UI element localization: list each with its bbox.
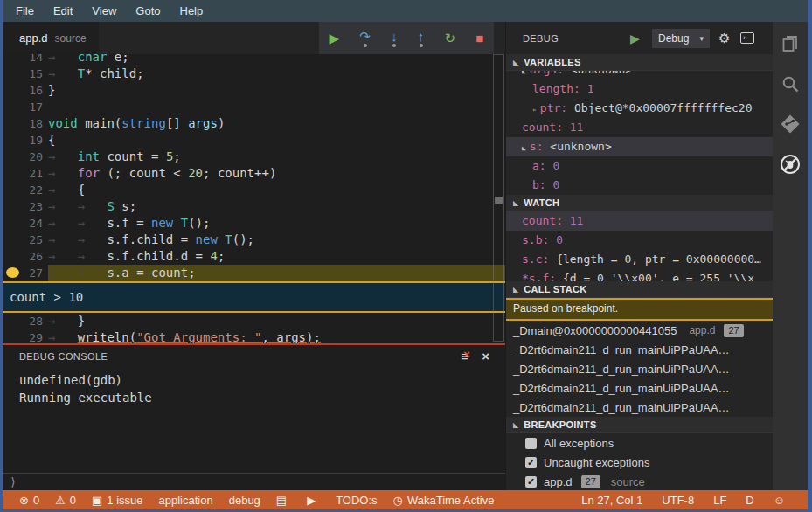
section-watch[interactable]: ◣WATCH bbox=[506, 195, 773, 211]
code-line-22[interactable]: 22→ { bbox=[3, 182, 505, 198]
code-line-19[interactable]: 19{ bbox=[3, 132, 505, 149]
breakpoint-gutter[interactable] bbox=[3, 82, 24, 99]
gear-icon[interactable]: ⚙ bbox=[718, 31, 730, 46]
menu-item-edit[interactable]: Edit bbox=[44, 0, 82, 22]
variable-row[interactable]: ◣args: <unknown> bbox=[506, 71, 773, 80]
stack-frame[interactable]: _D2rt6dmain211_d_run_mainUiPPaUAA… bbox=[506, 340, 773, 359]
breakpoint-gutter[interactable] bbox=[3, 313, 24, 329]
status-run-task[interactable]: ▶ bbox=[307, 494, 320, 507]
code-line-23[interactable]: 23→ → S s; bbox=[3, 198, 505, 215]
variable-row[interactable]: a: 0 bbox=[506, 156, 773, 176]
debug-console-input[interactable]: ⟩ bbox=[3, 473, 505, 490]
chevron-down-icon[interactable]: ◣ bbox=[522, 71, 526, 75]
variable-row[interactable]: count: 11 bbox=[506, 211, 773, 231]
status-language-mode[interactable]: D bbox=[746, 494, 753, 507]
breakpoint-gutter[interactable] bbox=[3, 54, 24, 66]
breakpoint-row[interactable]: ✓app.d27source bbox=[506, 472, 773, 490]
code-line-20[interactable]: 20→ int count = 5; bbox=[3, 149, 505, 165]
step-over-button[interactable]: ↷ bbox=[359, 30, 371, 47]
status-wakatime[interactable]: ◷WakaTime Active bbox=[393, 494, 495, 507]
code-editor[interactable]: 14→ char e;15→ T* child;16}1718void main… bbox=[3, 54, 505, 343]
status-issues[interactable]: ▣1 issue bbox=[92, 494, 143, 507]
code-line-21[interactable]: 21→ for (; count < 20; count++) bbox=[3, 165, 505, 182]
search-icon[interactable] bbox=[779, 73, 802, 95]
chevron-down-icon[interactable]: ◣ bbox=[522, 144, 526, 152]
code-line-15[interactable]: 15→ T* child; bbox=[3, 66, 505, 82]
variable-row[interactable]: *s.f: {d = 0 '\\x00', e = 255 '\\x bbox=[506, 269, 773, 281]
source-control-icon[interactable] bbox=[779, 113, 802, 135]
breakpoint-icon[interactable] bbox=[6, 267, 19, 278]
breakpoint-gutter[interactable] bbox=[3, 149, 24, 165]
section-variables[interactable]: ◣VARIABLES bbox=[506, 54, 773, 71]
variable-row[interactable]: b: 0 bbox=[506, 176, 773, 195]
breakpoint-gutter[interactable] bbox=[3, 198, 24, 215]
checkbox[interactable]: ✓ bbox=[525, 457, 537, 468]
code-line-16[interactable]: 16} bbox=[3, 82, 505, 99]
status-eol[interactable]: LF bbox=[713, 494, 726, 507]
menu-item-view[interactable]: View bbox=[82, 0, 126, 22]
breakpoint-gutter[interactable] bbox=[3, 215, 24, 232]
section-breakpoints[interactable]: ◣BREAKPOINTS bbox=[506, 417, 773, 433]
status-preview[interactable]: ▤ bbox=[276, 494, 291, 507]
section-call-stack[interactable]: ◣CALL STACK bbox=[506, 281, 773, 298]
breakpoint-gutter[interactable] bbox=[3, 132, 24, 149]
status-task-debug[interactable]: debug bbox=[229, 494, 260, 507]
breakpoint-gutter[interactable] bbox=[3, 265, 24, 281]
tab-app-d[interactable]: app.d source bbox=[3, 22, 99, 54]
code-line-29[interactable]: 29→ writeln("Got Arguments: ", args); bbox=[3, 329, 505, 343]
scrollbar-thumb[interactable] bbox=[495, 197, 503, 204]
breakpoint-row[interactable]: All exceptions bbox=[506, 433, 773, 453]
breakpoint-gutter[interactable] bbox=[3, 99, 24, 115]
status-warning-count[interactable]: ⚠0 bbox=[55, 494, 76, 507]
breakpoint-gutter[interactable] bbox=[3, 165, 24, 182]
breakpoint-gutter[interactable] bbox=[3, 115, 24, 132]
menu-item-help[interactable]: Help bbox=[170, 0, 213, 22]
code-line-14[interactable]: 14→ char e; bbox=[3, 54, 505, 66]
editor-scrollbar[interactable] bbox=[493, 54, 504, 342]
breakpoint-row[interactable]: ✓Uncaught exceptions bbox=[506, 453, 773, 472]
code-line-26[interactable]: 26→ → s.f.child.d = 4; bbox=[3, 248, 505, 265]
start-debug-icon[interactable]: ▶ bbox=[630, 31, 640, 45]
step-into-button[interactable]: ↓ bbox=[391, 30, 398, 47]
step-out-button[interactable]: ↑ bbox=[418, 30, 425, 47]
code-line-27[interactable]: 27→ → s.a = count; bbox=[3, 265, 505, 281]
status-todos[interactable]: TODO:s bbox=[336, 494, 377, 507]
stop-button[interactable]: ■ bbox=[475, 31, 483, 45]
continue-button[interactable]: ▶ bbox=[330, 31, 340, 45]
variable-row[interactable]: ▹ptr: Object@*0x00007fffffffec20 bbox=[506, 99, 773, 118]
menu-item-goto[interactable]: Goto bbox=[126, 0, 170, 22]
breakpoint-condition-widget[interactable]: count > 10 bbox=[3, 281, 505, 313]
variable-row[interactable]: s.b: 0 bbox=[506, 231, 773, 250]
checkbox[interactable] bbox=[525, 438, 537, 449]
code-line-24[interactable]: 24→ → s.f = new T(); bbox=[3, 215, 505, 232]
code-line-28[interactable]: 28→ } bbox=[3, 313, 505, 329]
stack-frame[interactable]: _D2rt6dmain211_d_run_mainUiPPaUAA… bbox=[506, 359, 773, 378]
files-icon[interactable] bbox=[779, 32, 802, 55]
breakpoint-gutter[interactable] bbox=[3, 248, 24, 265]
restart-button[interactable]: ↻ bbox=[445, 31, 456, 45]
checkbox[interactable]: ✓ bbox=[525, 476, 537, 488]
variable-row[interactable]: s.c: {length = 0, ptr = 0x00000000… bbox=[506, 250, 773, 269]
status-task-application[interactable]: application bbox=[159, 494, 213, 507]
open-console-icon[interactable]: › bbox=[740, 32, 754, 44]
variable-row[interactable]: length: 1 bbox=[506, 80, 773, 99]
clear-console-icon[interactable]: ≡× bbox=[461, 349, 468, 363]
code-line-18[interactable]: 18void main(string[] args) bbox=[3, 115, 505, 132]
chevron-right-icon[interactable]: ▹ bbox=[532, 106, 537, 114]
status-cursor-position[interactable]: Ln 27, Col 1 bbox=[581, 494, 642, 507]
status-encoding[interactable]: UTF-8 bbox=[662, 494, 694, 507]
debug-config-dropdown[interactable]: Debug ▾ bbox=[652, 29, 710, 48]
breakpoint-gutter[interactable] bbox=[3, 232, 24, 248]
variable-row[interactable]: ◣s: <unknown> bbox=[506, 137, 773, 156]
code-line-17[interactable]: 17 bbox=[3, 99, 505, 115]
debug-icon[interactable] bbox=[779, 153, 802, 176]
stack-frame[interactable]: _Dmain@0x0000000000441055app.d27 bbox=[506, 321, 773, 340]
breakpoint-gutter[interactable] bbox=[3, 66, 24, 82]
status-error-count[interactable]: ⊗0 bbox=[19, 494, 39, 507]
variable-row[interactable]: count: 11 bbox=[506, 118, 773, 137]
breakpoint-gutter[interactable] bbox=[3, 329, 24, 343]
status-feedback[interactable]: ☺ bbox=[774, 494, 789, 507]
stack-frame[interactable]: _D2rt6dmain211_d_run_mainUiPPaUAA… bbox=[506, 378, 773, 398]
code-line-25[interactable]: 25→ → s.f.child = new T(); bbox=[3, 232, 505, 248]
stack-frame[interactable]: _D2rt6dmain211_d_run_mainUiPPaUAA… bbox=[506, 398, 773, 417]
